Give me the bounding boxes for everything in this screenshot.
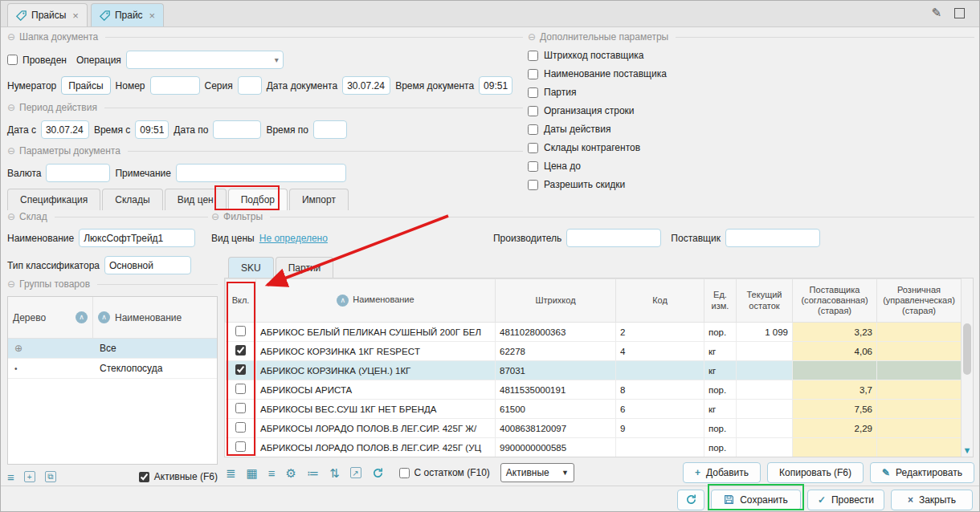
time-from-input[interactable] (135, 120, 169, 139)
row-enabled-checkbox[interactable] (235, 364, 246, 375)
collapse-icon[interactable]: ⊖ (528, 31, 536, 43)
manufacturer-input[interactable] (566, 229, 661, 247)
export-icon[interactable]: ↗ (350, 467, 361, 478)
col-unit[interactable]: Ед. изм. (704, 279, 737, 323)
col-supplier-price[interactable]: Поставщика (согласованная) (старая) (793, 279, 877, 323)
edit-button[interactable]: ✎ Редактировать (870, 462, 974, 483)
option-allow-discounts[interactable]: Разрешить скидки (528, 179, 974, 190)
window-tab-price-lists[interactable]: Прайсы × (7, 3, 88, 26)
collapse-icon[interactable]: ⊖ (211, 211, 219, 222)
col-current-stock[interactable]: Текущий остаток (737, 279, 793, 323)
refresh-icon[interactable] (372, 467, 384, 479)
table-row-selected[interactable]: АБРИКОС КОРЗИНКА (УЦЕН.) 1КГ 87031 кг (226, 361, 962, 380)
sort-filter-icon[interactable]: ≡ (7, 471, 14, 483)
sort-icon[interactable]: ∧ (98, 311, 110, 323)
checkbox[interactable] (399, 468, 410, 478)
row-enabled-checkbox[interactable] (235, 422, 246, 433)
checkbox[interactable] (528, 124, 538, 135)
with-stock-toggle[interactable]: С остатком (F10) (399, 467, 490, 478)
checkbox[interactable] (528, 161, 538, 172)
price-type-link[interactable]: Не определено (259, 233, 328, 244)
col-retail-price[interactable]: Розничная (управленческая) (старая) (877, 279, 962, 323)
sort-icon[interactable]: ∧ (76, 311, 88, 323)
checkbox[interactable] (528, 143, 538, 153)
option-validity-dates[interactable]: Даты действия (528, 124, 974, 135)
tab-warehouses[interactable]: Склады (102, 189, 162, 210)
note-input[interactable] (176, 164, 346, 182)
view-list-icon[interactable]: ≣ (226, 467, 236, 479)
doc-date-input[interactable] (342, 76, 390, 95)
tab-specification[interactable]: Спецификация (7, 189, 100, 210)
table-row[interactable]: АБРИКОСЫ АРИСТА 4811535000191 8 пор. 3,7 (226, 380, 962, 400)
row-enabled-checkbox[interactable] (235, 403, 246, 413)
option-supplier-barcode[interactable]: Штрихкод поставщика (528, 50, 974, 61)
col-name[interactable]: ∧Наименование (256, 279, 496, 323)
checkbox[interactable] (528, 87, 538, 98)
vertical-scrollbar[interactable]: ▼ (961, 278, 973, 457)
table-row[interactable]: АБРИКОСЫ ЛОРАДО ПОЛОВ.В ЛЕГ.СИР. 425Г (У… (226, 438, 962, 457)
option-supplier-name[interactable]: Наименование поставщика (528, 68, 974, 79)
scrollbar-thumb[interactable] (963, 323, 971, 375)
close-tab-icon[interactable]: × (72, 10, 79, 22)
collapse-icon[interactable]: ⊖ (7, 102, 15, 113)
view-grid-icon[interactable]: ▦ (247, 467, 258, 479)
option-row-organization[interactable]: Организация строки (528, 105, 974, 116)
warehouse-name-input[interactable] (79, 229, 195, 247)
refresh-button[interactable] (677, 490, 704, 510)
date-to-input[interactable] (213, 120, 261, 139)
add-group-icon[interactable]: + (24, 471, 35, 482)
copy-button[interactable]: Копировать (F6) (767, 462, 864, 483)
option-price-to[interactable]: Цена до (528, 161, 974, 172)
group-row-all[interactable]: ⊕ Все (8, 339, 217, 359)
tab-batches[interactable]: Партии (276, 257, 334, 278)
classifier-input[interactable] (104, 256, 191, 274)
number-input[interactable] (150, 76, 200, 95)
col-code[interactable]: Код (616, 279, 704, 323)
scroll-down-icon[interactable]: ▼ (962, 445, 973, 455)
table-row[interactable]: АБРИКОС БЕЛЫЙ ПЕЛИКАН СУШЕНЫЙ 200Г БЕЛ 4… (226, 323, 962, 342)
col-barcode[interactable]: Штрихкод (496, 279, 616, 323)
copy-group-icon[interactable]: ⧉ (45, 471, 56, 482)
option-batch[interactable]: Партия (528, 87, 974, 98)
filter-icon[interactable]: ≡ (268, 467, 276, 479)
checkbox[interactable] (528, 106, 538, 116)
active-groups-toggle[interactable]: Активные (F6) (139, 471, 218, 482)
collapse-icon[interactable]: ⊖ (7, 211, 15, 222)
checkbox[interactable] (528, 180, 538, 190)
tab-price-types[interactable]: Вид цен (165, 189, 227, 210)
sort-order-icon[interactable]: ⇅ (329, 467, 340, 479)
save-button[interactable]: Сохранить (711, 490, 801, 510)
status-filter-select[interactable]: Активные ▼ (500, 463, 574, 482)
maximize-icon[interactable] (954, 8, 965, 18)
close-button[interactable]: × Закрыть (891, 490, 973, 510)
window-tab-price[interactable]: Прайс × (91, 3, 164, 26)
posted-checkbox[interactable] (7, 55, 18, 65)
tab-selection[interactable]: Подбор (228, 189, 288, 210)
series-input[interactable] (238, 76, 262, 95)
currency-input[interactable] (46, 164, 110, 182)
row-enabled-checkbox[interactable] (235, 326, 246, 336)
collapse-icon[interactable]: ⊖ (7, 278, 15, 290)
checkbox[interactable] (528, 51, 538, 61)
checkbox[interactable] (139, 472, 149, 482)
tab-sku[interactable]: SKU (228, 257, 274, 278)
option-counterparty-warehouses[interactable]: Склады контрагентов (528, 142, 974, 153)
collapse-icon[interactable]: ⊖ (7, 145, 15, 156)
col-name-header[interactable]: ∧ Наименование (93, 297, 217, 338)
table-row[interactable]: АБРИКОСЫ ЛОРАДО ПОЛОВ.В ЛЕГ.СИР. 425Г Ж/… (226, 419, 962, 438)
time-to-input[interactable] (313, 120, 347, 139)
edit-icon[interactable]: ✎ (931, 6, 941, 20)
close-tab-icon[interactable]: × (149, 10, 156, 22)
checkbox[interactable] (528, 69, 538, 79)
collapse-icon[interactable]: ⊖ (7, 31, 15, 43)
table-row[interactable]: АБРИКОСЫ ВЕС.СУШ 1КГ НЕТ БРЕНДА 61500 6 … (226, 400, 962, 419)
tree-expand-icon[interactable]: ⊕ (14, 343, 22, 354)
sort-icon[interactable]: ∧ (337, 295, 349, 307)
row-enabled-checkbox[interactable] (235, 384, 246, 394)
numerator-button[interactable]: Прайсы (61, 76, 110, 95)
supplier-input[interactable] (725, 229, 820, 247)
table-row[interactable]: АБРИКОС КОРЗИНКА 1КГ RESPECT 62278 4 кг … (226, 342, 962, 361)
numbered-list-icon[interactable]: ≔ (307, 467, 319, 479)
operation-select[interactable]: ▾ (126, 51, 284, 69)
group-row-glassware[interactable]: • Стеклопосуда (8, 359, 217, 379)
